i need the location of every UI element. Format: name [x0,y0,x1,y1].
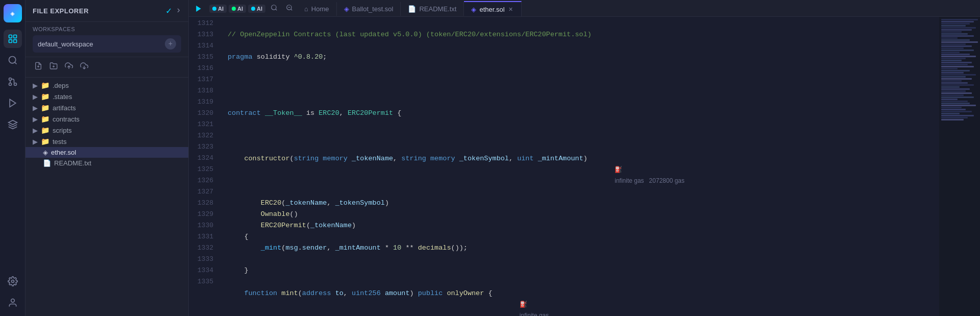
folder-tests[interactable]: ▶ 📁 tests [26,136,188,147]
param-tokensymbol: _tokenSymbol [459,153,509,164]
tab-close-icon[interactable]: × [508,5,514,13]
file-ether-sol[interactable]: ◈ ether.sol [26,147,188,158]
folder-states-icon: 📁 [41,92,50,101]
folder-deps[interactable]: ▶ 📁 .deps [26,80,188,91]
workspace-name: default_workspace [38,40,93,48]
folder-scripts[interactable]: ▶ 📁 scripts [26,125,188,136]
folder-artifacts-label: artifacts [53,104,76,112]
file-toolbar [26,57,188,78]
upload-icon[interactable] [63,60,75,74]
new-file-icon[interactable] [33,60,44,74]
erc20permit-ref: ERC20Permit [348,108,393,119]
code-line-1324: constructor(string memory _tokenName, st… [219,153,939,198]
run-button[interactable] [191,1,206,16]
tab-readme-label: README.txt [419,5,456,13]
explorer-title: FILE EXPLORER [33,7,89,15]
pragma-semi: ; [323,52,327,63]
param-mintamount: _mintAmount [538,153,583,164]
code-line-1328: { [219,231,939,242]
param-amount: amount [385,288,410,299]
svg-point-10 [11,299,14,303]
comma2: , [393,153,401,164]
string-kw2: string [401,153,430,164]
indent1326 [228,209,261,220]
pragma-version: ^0.8.20 [294,52,323,63]
code-line-1331: } [219,265,939,276]
workspace-add-btn[interactable]: + [165,38,176,50]
erc20permit-paren-close: ) [352,220,356,231]
zoom-btn[interactable] [284,2,295,16]
folder-contracts[interactable]: ▶ 📁 contracts [26,113,188,125]
folder-icon: ▶ [33,82,38,89]
git-activity-icon[interactable] [4,72,22,91]
svg-rect-1 [13,35,16,38]
constructor-keyword: constructor [244,153,289,164]
tab-ether-sol[interactable]: ◈ ether.sol × [464,1,521,16]
workspace-section: WORKSPACES default_workspace + [26,22,188,57]
svg-marker-17 [196,6,201,12]
onlyowner: onlyOwner [447,288,484,299]
new-folder-icon[interactable] [48,60,59,74]
comment-openzeppelin: // OpenZeppelin Contracts (last updated … [228,29,592,40]
folder-contracts-chevron: ▶ [33,115,38,123]
workspace-selector[interactable]: default_workspace + [33,35,181,53]
user-activity-icon[interactable] [4,294,22,312]
svg-rect-0 [9,35,12,38]
msg-sender: msg [285,242,298,254]
param-tokenname: _tokenName [352,153,393,164]
svg-point-18 [272,5,276,9]
settings-activity-icon[interactable] [4,272,22,290]
ai-badge-1[interactable]: AI [209,5,227,13]
ai-dot-1 [212,7,216,11]
erc20permit-call: ERC20Permit [261,220,306,231]
indent1331 [228,265,244,276]
ai-badge-3[interactable]: AI [248,5,265,13]
tab-ballot[interactable]: ◈ Ballot_test.sol [337,2,401,16]
code-line-1313: // OpenZeppelin Contracts (last updated … [219,29,939,40]
uint256-kw: uint256 [352,288,385,299]
file-readme[interactable]: 📄 README.txt [26,158,188,168]
tab-home-label: Home [311,5,329,13]
kw-contract: contract [228,108,265,119]
debug-activity-icon[interactable] [4,94,22,112]
multiply: * [381,242,393,254]
code-line-1320: contract __Token__ is ERC20, ERC20Permit… [219,108,939,119]
tab-ballot-label: Ballot_test.sol [352,5,394,13]
svg-rect-2 [9,40,12,43]
close-brace1: } [244,265,248,276]
chevron-right-icon[interactable]: › [176,5,181,16]
code-content[interactable]: // OpenZeppelin Contracts (last updated … [219,17,939,316]
logo-icon[interactable]: ◈ [4,4,22,22]
explorer-header: FILE EXPLORER ✓ › [26,0,188,22]
open-brace1: { [393,108,401,119]
code-line-1329: _mint(msg.sender, _mintAmount * 10 ** de… [219,242,939,254]
tab-home[interactable]: ⌂ Home [297,2,337,16]
folder-tests-icon: 📁 [41,137,50,145]
string-kw1: string [294,153,323,164]
erc20-arg1: _tokenName [285,198,327,209]
plugin-activity-icon[interactable] [4,115,22,134]
code-line-1318 [219,85,939,96]
mint-func: mint [281,288,298,299]
search-btn[interactable] [268,2,280,16]
mint-call: _mint [261,242,282,254]
folder-states[interactable]: ▶ 📁 .states [26,91,188,102]
function-kw: function [244,288,281,299]
uint-kw: uint [517,153,538,164]
indent1325 [228,198,261,209]
download-icon[interactable] [79,60,90,74]
indent1327 [228,220,261,231]
explorer-actions: ✓ › [166,5,181,16]
code-line-1325: ERC20(_tokenName, _tokenSymbol) [219,198,939,209]
check-icon[interactable]: ✓ [166,5,172,16]
ai-badge-2[interactable]: AI [229,5,246,13]
file-ether-sol-icon: ◈ [43,149,48,156]
indent1329 [228,242,261,254]
files-icon[interactable] [4,30,22,48]
tab-readme[interactable]: 📄 README.txt [401,2,464,16]
folder-artifacts[interactable]: ▶ 📁 artifacts [26,102,188,113]
ai-label-3: AI [257,6,262,12]
code-line-1326: Ownable() [219,209,939,220]
tab-readme-icon: 📄 [408,5,416,13]
search-activity-icon[interactable] [4,51,22,69]
